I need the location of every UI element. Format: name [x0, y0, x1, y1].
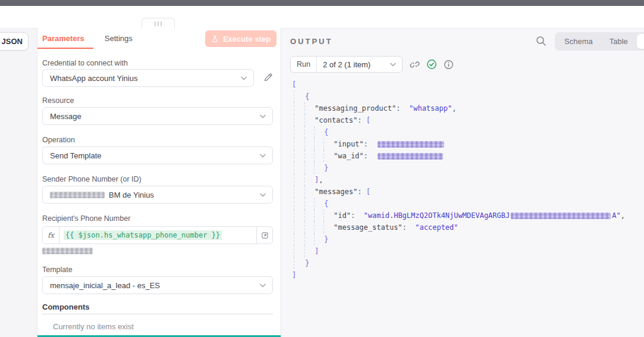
redacted-value [511, 213, 611, 219]
run-label: Run [291, 57, 317, 72]
indent-guide [294, 114, 305, 126]
active-tab-underline [37, 48, 93, 49]
json-line: } [292, 233, 625, 245]
indent-guide [294, 245, 305, 257]
template-value: mensaje_inicial_a_lead - es_ES [50, 281, 160, 290]
chevron-down-icon [260, 114, 266, 118]
sender-select[interactable]: BM de Yinius [42, 186, 273, 204]
resource-label: Resource [42, 96, 74, 105]
indent-guide [294, 162, 305, 174]
indent-guide [294, 91, 305, 102]
resource-select[interactable]: Message [42, 107, 273, 125]
credential-select[interactable]: WhatsApp account Yinius [42, 69, 254, 87]
indent-guide [294, 174, 305, 186]
unlink-icon[interactable] [410, 60, 420, 70]
components-empty-text: Currently no items exist [53, 322, 134, 331]
recipient-expression-value[interactable]: {{ $json.hs_whatsapp_phone_number }} [64, 230, 222, 240]
operation-label: Operation [42, 136, 75, 144]
output-panel: OUTPUT Schema Table JSON Run 2 of 2 (1 i… [281, 28, 644, 337]
node-settings-tabs: Parameters Settings [42, 34, 133, 43]
indent-guide [294, 186, 305, 198]
tab-schema[interactable]: Schema [557, 34, 601, 49]
json-token: "messaging_product" [315, 104, 396, 113]
search-icon[interactable] [536, 36, 548, 48]
json-token: : [357, 116, 366, 124]
tab-json[interactable]: JSON [637, 34, 644, 49]
redacted-value [378, 153, 443, 160]
json-token: A" [612, 211, 620, 220]
json-token: ] [315, 247, 319, 255]
indent-guide [294, 102, 305, 114]
json-token: { [324, 128, 328, 136]
json-line: "id": "wamid.HBgLMzQ2OTk4NjUwMDEVAgARGBJ… [292, 210, 625, 221]
indent-guide [294, 257, 305, 269]
json-line: "wa_id": [292, 150, 625, 162]
input-json-tab[interactable]: JSON [0, 32, 29, 51]
recipient-expression-field[interactable]: fx {{ $json.hs_whatsapp_phone_number }} [42, 226, 273, 244]
tab-table[interactable]: Table [602, 34, 636, 49]
json-line: "message_status": "accepted" [292, 221, 625, 233]
chevron-down-icon [241, 76, 247, 80]
json-line: } [292, 162, 625, 174]
indent-guide [294, 198, 305, 210]
json-line: { [292, 198, 625, 210]
json-token: "input" [334, 140, 364, 148]
info-icon[interactable] [444, 60, 454, 70]
json-line: { [292, 126, 625, 138]
output-panel-title: OUTPUT [290, 37, 332, 46]
node-settings-panel: Parameters Settings Execute step Credent… [37, 28, 281, 337]
json-token: , [319, 176, 323, 184]
components-divider [42, 314, 273, 314]
expand-expression-button[interactable] [256, 227, 272, 244]
json-token: "wa_id" [334, 152, 364, 160]
json-token: "messages" [315, 188, 357, 196]
resource-value: Message [50, 112, 81, 121]
template-label: Template [42, 266, 73, 274]
execute-step-label: Execute step [223, 35, 271, 43]
json-token: ] [315, 176, 319, 184]
json-token: : [364, 140, 377, 148]
chevron-down-icon [260, 283, 266, 288]
pencil-icon[interactable] [263, 73, 273, 82]
chevron-down-icon [390, 63, 396, 67]
indent-guide [294, 138, 305, 150]
run-selector[interactable]: Run 2 of 2 (1 item) [290, 56, 403, 73]
json-token: : [364, 152, 377, 160]
recipient-label: Recipient's Phone Number [42, 214, 130, 223]
indent-guide [294, 150, 305, 162]
json-token: : [403, 223, 416, 232]
operation-select[interactable]: Send Template [42, 146, 273, 164]
template-select[interactable]: mensaje_inicial_a_lead - es_ES [42, 276, 273, 294]
json-token: : [351, 211, 364, 220]
fx-prefix: fx [43, 227, 59, 244]
json-line: "contacts": [ [292, 114, 625, 126]
json-token: [ [292, 80, 296, 89]
panel-resize-handle[interactable] [142, 18, 175, 29]
chevron-down-icon [260, 193, 266, 197]
indent-guide [294, 233, 305, 245]
json-token: } [324, 164, 328, 172]
json-token: "whatsapp" [409, 104, 452, 113]
execute-step-button[interactable]: Execute step [205, 30, 277, 47]
redacted-resolved-value [42, 248, 93, 254]
tab-parameters[interactable]: Parameters [42, 34, 84, 43]
json-token: "contacts" [315, 116, 357, 124]
json-token: { [324, 199, 328, 208]
input-json-tab-label: JSON [2, 37, 23, 46]
panel-header-strip [0, 6, 644, 28]
json-line: { [292, 91, 625, 102]
output-view-switcher: Schema Table JSON [555, 32, 644, 51]
run-selector-value: 2 of 2 (1 item) [323, 60, 370, 69]
json-token: "id" [334, 211, 351, 220]
json-token: : [357, 188, 366, 196]
json-line: ] [292, 269, 625, 281]
json-line: "messages": [ [292, 186, 625, 198]
indent-guide [294, 221, 305, 233]
json-token: , [452, 104, 456, 113]
indent-guide [294, 126, 305, 138]
operation-value: Send Template [50, 151, 102, 160]
json-token: : [396, 104, 409, 113]
json-token: } [324, 235, 328, 244]
json-tree: [{"messaging_product": "whatsapp","conta… [292, 79, 625, 281]
tab-settings[interactable]: Settings [105, 34, 133, 43]
